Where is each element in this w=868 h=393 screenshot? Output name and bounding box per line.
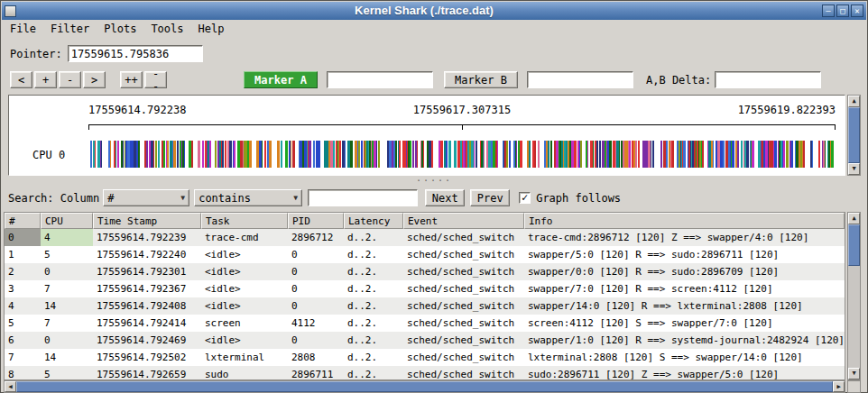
trace-event-bar[interactable] bbox=[158, 141, 160, 168]
trace-event-bar[interactable] bbox=[520, 141, 522, 168]
trace-event-bar[interactable] bbox=[209, 141, 211, 168]
column-header-task[interactable]: Task bbox=[201, 213, 288, 229]
trace-event-bar[interactable] bbox=[234, 141, 235, 168]
horizontal-scrollbar[interactable]: ◀ ▶ bbox=[4, 380, 845, 393]
trace-event-bar[interactable] bbox=[513, 141, 515, 168]
next-button[interactable]: Next bbox=[425, 189, 465, 206]
trace-event-bar[interactable] bbox=[121, 141, 123, 168]
trace-event-bar[interactable] bbox=[393, 141, 395, 168]
trace-event-bar[interactable] bbox=[318, 141, 320, 168]
trace-event-bar[interactable] bbox=[744, 141, 746, 168]
trace-event-bar[interactable] bbox=[660, 141, 662, 168]
trace-event-bar[interactable] bbox=[408, 141, 410, 168]
trace-event-bar[interactable] bbox=[711, 141, 713, 168]
trace-event-bar[interactable] bbox=[652, 141, 654, 168]
trace-event-bar[interactable] bbox=[177, 141, 179, 168]
resize-grip[interactable] bbox=[847, 380, 861, 393]
trace-event-bar[interactable] bbox=[454, 141, 457, 168]
trace-event-bar[interactable] bbox=[534, 141, 536, 168]
trace-event-bar[interactable] bbox=[117, 141, 119, 168]
menu-item-file[interactable]: File bbox=[3, 22, 43, 37]
trace-event-bar[interactable] bbox=[544, 141, 546, 168]
trace-event-bar[interactable] bbox=[791, 141, 793, 168]
trace-event-bar[interactable] bbox=[648, 141, 651, 168]
horizontal-scrollbar-thumb[interactable] bbox=[16, 381, 833, 392]
trace-event-bar[interactable] bbox=[538, 141, 540, 168]
trace-event-bar[interactable] bbox=[378, 141, 380, 168]
scroll-right-icon[interactable]: ▶ bbox=[833, 381, 845, 392]
zoom-out-fast-button[interactable]: - - bbox=[144, 71, 167, 88]
trace-event-bar[interactable] bbox=[259, 141, 262, 168]
trace-event-bar[interactable] bbox=[285, 141, 288, 168]
table-row[interactable]: 2017559614.792301<idle>0d..2.sched/sched… bbox=[5, 263, 845, 280]
trace-event-bar[interactable] bbox=[737, 141, 739, 168]
trace-event-bar[interactable] bbox=[495, 141, 497, 168]
trace-event-bar[interactable] bbox=[247, 141, 249, 168]
trace-event-bar[interactable] bbox=[277, 141, 280, 168]
trace-event-bar[interactable] bbox=[289, 141, 291, 168]
trace-event-bar[interactable] bbox=[269, 141, 272, 168]
trace-event-bar[interactable] bbox=[471, 141, 474, 168]
trace-event-bar[interactable] bbox=[559, 141, 561, 168]
menu-item-help[interactable]: Help bbox=[191, 22, 232, 37]
scroll-left-button[interactable]: < bbox=[10, 71, 32, 88]
trace-event-bar[interactable] bbox=[229, 141, 232, 168]
graph-panel[interactable]: 17559614.792238 17559617.307315 17559619… bbox=[8, 95, 845, 176]
graph-follows-checkbox[interactable]: ✓ bbox=[519, 192, 531, 204]
trace-event-bar[interactable] bbox=[758, 141, 760, 168]
zoom-in-fast-button[interactable]: ++ bbox=[120, 71, 143, 88]
trace-event-bar[interactable] bbox=[189, 141, 190, 168]
trace-event-bar[interactable] bbox=[527, 141, 529, 168]
trace-event-bar[interactable] bbox=[389, 141, 392, 168]
trace-event-bar[interactable] bbox=[300, 141, 302, 168]
table-row[interactable]: 6017559614.792469<idle>0d..2.sched/sched… bbox=[5, 332, 845, 349]
prev-button[interactable]: Prev bbox=[470, 189, 510, 206]
trace-event-bar[interactable] bbox=[672, 141, 674, 168]
trace-event-bar[interactable] bbox=[155, 141, 157, 168]
trace-event-bar[interactable] bbox=[554, 141, 556, 168]
maximize-icon[interactable]: □ bbox=[836, 5, 849, 17]
trace-event-bar[interactable] bbox=[635, 141, 637, 168]
trace-event-bar[interactable] bbox=[134, 141, 136, 168]
trace-event-bar[interactable] bbox=[144, 141, 146, 168]
trace-event-bar[interactable] bbox=[823, 141, 825, 168]
trace-event-bar[interactable] bbox=[609, 141, 612, 168]
trace-event-bar[interactable] bbox=[249, 141, 252, 168]
trace-event-bar[interactable] bbox=[173, 141, 176, 168]
trace-event-bar[interactable] bbox=[316, 141, 318, 168]
trace-event-bar[interactable] bbox=[191, 141, 193, 168]
trace-event-bar[interactable] bbox=[741, 141, 743, 168]
trace-event-bar[interactable] bbox=[264, 141, 266, 168]
trace-event-bar[interactable] bbox=[446, 141, 448, 168]
trace-event-bar[interactable] bbox=[765, 141, 768, 168]
trace-event-bar[interactable] bbox=[415, 141, 417, 168]
trace-event-bar[interactable] bbox=[716, 141, 717, 168]
trace-event-bar[interactable] bbox=[571, 141, 574, 168]
cpu-trace-strip[interactable] bbox=[88, 141, 836, 168]
trace-event-bar[interactable] bbox=[580, 141, 582, 168]
trace-event-bar[interactable] bbox=[427, 141, 429, 168]
trace-event-bar[interactable] bbox=[395, 141, 397, 168]
trace-event-bar[interactable] bbox=[771, 141, 773, 168]
trace-event-bar[interactable] bbox=[632, 141, 633, 168]
zoom-out-button[interactable]: - bbox=[59, 71, 81, 88]
trace-event-bar[interactable] bbox=[746, 141, 749, 168]
trace-event-bar[interactable] bbox=[440, 141, 443, 168]
column-header-event[interactable]: Event bbox=[403, 213, 524, 229]
trace-event-bar[interactable] bbox=[355, 141, 357, 168]
trace-event-bar[interactable] bbox=[167, 141, 169, 168]
trace-event-bar[interactable] bbox=[550, 141, 552, 168]
trace-event-bar[interactable] bbox=[708, 141, 711, 168]
table-row[interactable]: 3717559614.792367<idle>0d..2.sched/sched… bbox=[5, 280, 845, 297]
trace-event-bar[interactable] bbox=[629, 141, 631, 168]
trace-event-bar[interactable] bbox=[205, 141, 207, 168]
trace-event-bar[interactable] bbox=[138, 141, 140, 168]
trace-event-bar[interactable] bbox=[151, 141, 153, 168]
table-scrollbar[interactable]: ▲ ▼ bbox=[847, 212, 861, 380]
trace-event-bar[interactable] bbox=[182, 141, 184, 168]
trace-event-bar[interactable] bbox=[467, 141, 469, 168]
trace-event-bar[interactable] bbox=[752, 141, 754, 168]
trace-event-bar[interactable] bbox=[679, 141, 680, 168]
graph-scrollbar-thumb[interactable] bbox=[848, 107, 860, 163]
trace-event-bar[interactable] bbox=[392, 141, 393, 168]
